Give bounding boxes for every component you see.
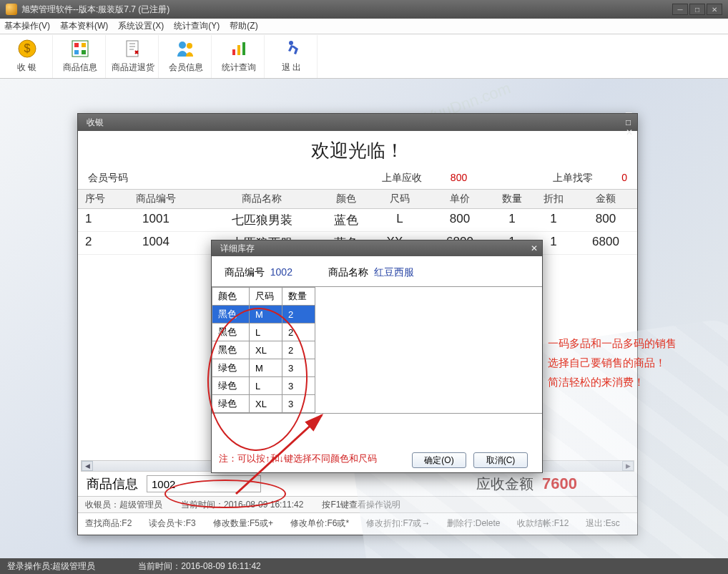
menu-basic-ops[interactable]: 基本操作(V) <box>4 20 50 32</box>
toolbar-cashier-label: 收 银 <box>17 62 36 74</box>
last-receive-label: 上单应收 <box>382 172 422 185</box>
status-operator-value: 超级管理员 <box>52 561 95 571</box>
stock-col-size: 尺码 <box>250 288 282 306</box>
stock-row[interactable]: 黑色 L 2 <box>212 324 315 341</box>
goods-info-input[interactable]: 1002 <box>147 475 261 492</box>
stock-note-prefix: 注： <box>219 453 237 464</box>
col-code: 商品编号 <box>109 190 202 208</box>
status-time-label: 当前时间： <box>138 561 181 571</box>
footer-input-row: 商品信息 1002 应收金额 7600 <box>78 473 637 495</box>
goods-info-value: 1002 <box>152 478 175 490</box>
person-run-icon <box>282 39 302 59</box>
toolbar-goods-return[interactable]: 商品进退货 <box>107 35 159 78</box>
minimize-button[interactable]: ─ <box>672 4 688 15</box>
menu-help[interactable]: 帮助(Z) <box>230 20 257 32</box>
app-window: 旭荣管理软件--版本:服装版7.7 (已注册) ─ □ ✕ 基本操作(V) 基本… <box>0 0 728 574</box>
svg-point-9 <box>187 43 192 49</box>
col-amt: 金额 <box>574 190 637 208</box>
stock-name-value: 红豆西服 <box>374 266 414 278</box>
svg-rect-12 <box>242 42 245 55</box>
cashier-titlebar: 收银 ─ □ ✕ <box>78 114 637 131</box>
stock-footer: 注：可以按↑和↓键选择不同颜色和尺码 确定(O) 取消(C) <box>212 448 542 470</box>
scroll-right-icon[interactable]: ▶ <box>622 461 634 471</box>
stock-row[interactable]: 绿色 XL 3 <box>212 395 315 413</box>
cashier-maximize-button[interactable]: □ <box>626 117 633 127</box>
col-color: 颜色 <box>321 190 371 208</box>
svg-text:$: $ <box>24 42 30 54</box>
shortcut-mod-price: 修改单价:F6或* <box>290 517 349 530</box>
annotation-text: 一码多品和一品多码的销售 选择自己要销售的商品！ 简洁轻松的来消费！ <box>548 334 677 391</box>
table-row[interactable]: 1 1001 七匹狼男装 蓝色 L 800 1 1 800 <box>78 209 637 232</box>
footer-status-row: 收银员：超级管理员 当前时间：2016-08-09 16:11:42 按F1键查… <box>78 496 637 513</box>
toolbar-exit[interactable]: 退 出 <box>266 35 318 78</box>
col-disc: 折扣 <box>533 190 574 208</box>
last-receive-value: 800 <box>451 172 467 185</box>
toolbar-exit-label: 退 出 <box>282 62 301 74</box>
footer-shortcut-row: 查找商品:F2 读会员卡:F3 修改数量:F5或+ 修改单价:F6或* 修改折扣… <box>78 516 637 530</box>
maximize-button[interactable]: □ <box>689 4 705 15</box>
toolbar-member-info[interactable]: 会员信息 <box>160 35 212 78</box>
stock-titlebar: 详细库存 ✕ <box>212 240 542 256</box>
shortcut-mod-qty: 修改数量:F5或+ <box>213 517 273 530</box>
svg-rect-4 <box>82 43 86 47</box>
goods-info-label: 商品信息 <box>87 475 138 492</box>
menu-settings[interactable]: 系统设置(X) <box>118 20 164 32</box>
app-icon <box>6 4 17 15</box>
toolbar-goods-info[interactable]: 商品信息 <box>54 35 106 78</box>
stock-title: 详细库存 <box>220 243 255 255</box>
menu-stats[interactable]: 统计查询(Y) <box>174 20 220 32</box>
current-time-value: 2016-08-09 16:11:42 <box>224 500 303 510</box>
stock-note-text: 可以按↑和↓键选择不同颜色和尺码 <box>237 453 377 464</box>
close-button[interactable]: ✕ <box>707 4 722 15</box>
titlebar: 旭荣管理软件--版本:服装版7.7 (已注册) ─ □ ✕ <box>0 0 728 19</box>
cashier-close-button[interactable]: ✕ <box>626 127 633 137</box>
status-time-value: 2016-08-09 16:11:42 <box>181 561 260 571</box>
shortcut-checkout: 收款结帐:F12 <box>517 517 569 530</box>
app-title: 旭荣管理软件--版本:服装版7.7 (已注册) <box>21 4 169 16</box>
stock-modal: 详细库存 ✕ 商品编号 1002 商品名称 红豆西服 颜色 尺码 数量 <box>211 240 543 473</box>
svg-rect-10 <box>232 49 235 55</box>
col-price: 单价 <box>428 190 491 208</box>
chart-icon <box>229 39 249 59</box>
svg-point-13 <box>289 41 293 45</box>
menubar: 基本操作(V) 基本资料(W) 系统设置(X) 统计查询(Y) 帮助(Z) <box>0 19 728 34</box>
shortcut-mod-disc: 修改折扣:F7或→ <box>366 517 430 530</box>
ok-button[interactable]: 确定(O) <box>412 452 466 468</box>
shortcut-find: 查找商品:F2 <box>85 517 132 530</box>
cashier-title: 收银 <box>87 117 104 129</box>
stock-close-button[interactable]: ✕ <box>531 243 538 253</box>
stock-row[interactable]: 绿色 M 3 <box>212 359 315 377</box>
window-controls: ─ □ ✕ <box>672 4 722 15</box>
stock-table: 颜色 尺码 数量 黑色 M 2 黑色 L 2 黑色 XL 2 <box>212 286 542 414</box>
scroll-left-icon[interactable]: ◀ <box>82 461 93 471</box>
last-change-value: 0 <box>621 172 627 185</box>
stock-row[interactable]: 黑色 XL 2 <box>212 341 315 359</box>
invoice-icon <box>123 39 143 59</box>
svg-rect-5 <box>74 50 79 54</box>
stock-row[interactable]: 绿色 L 3 <box>212 377 315 395</box>
statusbar: 登录操作员:超级管理员 当前时间：2016-08-09 16:11:42 <box>0 558 728 574</box>
svg-point-8 <box>179 42 186 49</box>
shortcut-member: 读会员卡:F3 <box>149 517 195 530</box>
annotation-line1: 一码多品和一品多码的销售 <box>548 334 677 353</box>
cashier-minimize-button[interactable]: ─ <box>626 107 633 117</box>
coin-icon: $ <box>17 39 37 59</box>
cancel-button[interactable]: 取消(C) <box>473 452 528 468</box>
welcome-text: 欢迎光临！ <box>78 131 637 170</box>
shortcut-del: 删除行:Delete <box>447 517 500 530</box>
col-qty: 数量 <box>491 190 533 208</box>
toolbar: $ 收 银 商品信息 商品进退货 会员信息 统计查询 <box>0 34 728 79</box>
member-label: 会员号码 <box>88 172 128 185</box>
cashier-value: 超级管理员 <box>119 500 162 510</box>
stock-row[interactable]: 黑色 M 2 <box>212 306 315 324</box>
users-icon <box>176 39 196 59</box>
toolbar-goods-return-label: 商品进退货 <box>112 62 154 74</box>
svg-rect-7 <box>127 41 138 57</box>
menu-basic-data[interactable]: 基本资料(W) <box>60 20 108 32</box>
total-value: 7600 <box>542 475 577 493</box>
annotation-line3: 简洁轻松的来消费！ <box>548 372 677 391</box>
toolbar-cashier[interactable]: $ 收 银 <box>1 35 53 78</box>
last-change-label: 上单找零 <box>553 172 593 185</box>
help-hint: 按F1键查看操作说明 <box>322 499 400 511</box>
toolbar-stats[interactable]: 统计查询 <box>213 35 265 78</box>
